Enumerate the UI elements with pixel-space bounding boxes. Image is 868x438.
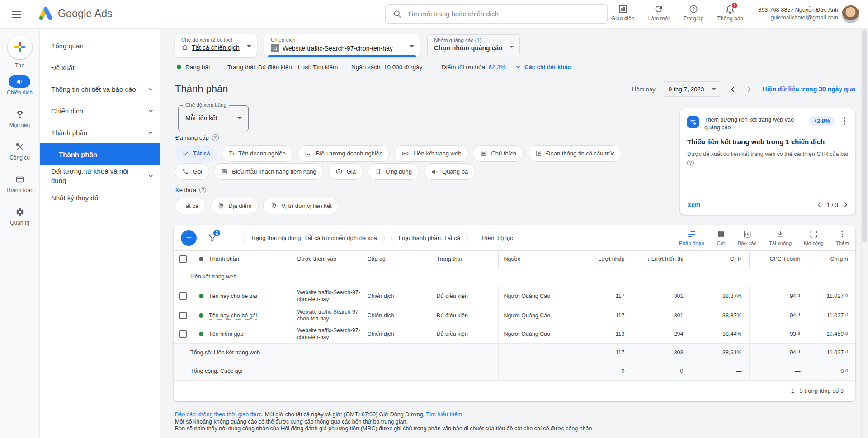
chip-app[interactable]: Ứng dụng	[368, 163, 419, 180]
chevron-up-icon	[148, 130, 153, 135]
upgraded-chips-row1: Tất cả TT Tên doanh nghiệp Biểu tượng do…	[175, 145, 622, 162]
subtotal-row: Tổng số: Liên kết trang web 117 303 38,6…	[174, 343, 855, 362]
col-header-level[interactable]: Cấp độ	[362, 251, 431, 268]
chevron-down-icon	[516, 65, 521, 70]
asset-name-link[interactable]: Tên hay cho bé gái	[209, 312, 257, 320]
campaign-filter-dropdown[interactable]: Chiến dịch Website traffic-Search-97-cho…	[264, 34, 420, 57]
account-info[interactable]: 893-768-8857 Nguyễn Đức Anh guiemailchot…	[758, 6, 838, 22]
view-recommendation-link[interactable]: Xem	[687, 201, 701, 208]
content-status-filter-chip[interactable]: Trạng thái nội dung: Tất cả trừ chiến dị…	[243, 231, 385, 245]
columns-button[interactable]: Cột	[717, 230, 726, 246]
learn-more-link[interactable]: Tìm hiểu thêm	[426, 411, 462, 418]
enabled-dot-icon	[199, 332, 203, 336]
col-header-asset[interactable]: Thành phần	[209, 251, 292, 268]
download-icon	[776, 230, 785, 239]
menu-icon[interactable]	[12, 11, 21, 18]
chip-promotion[interactable]: Quảng bá	[424, 163, 475, 180]
add-filter-link[interactable]: Thêm bộ lọc	[481, 235, 513, 241]
chip-business-name[interactable]: TT Tên doanh nghiệp	[222, 145, 293, 162]
help-icon[interactable]: ?	[687, 160, 694, 166]
nav-item-insights[interactable]: Thông tin chi tiết và báo cáo	[40, 78, 160, 100]
nav-item-change-history[interactable]: Nhật ký thay đổi	[40, 187, 160, 208]
rail-item-admin[interactable]: Quản trị	[9, 206, 31, 231]
table-tools: Phân đoạn Cột Báo cáo Tải xuống	[679, 230, 849, 246]
chip-structured-snippet[interactable]: Đoạn thông tin có cấu trúc	[528, 145, 622, 162]
asset-type-filter-chip[interactable]: Loại thành phần: Tất cả	[391, 231, 468, 245]
asset-name-link[interactable]: Tên hiếm gặp	[209, 331, 243, 338]
chip-all[interactable]: Tất cả	[175, 145, 217, 162]
col-header-source[interactable]: Nguồn	[498, 251, 573, 268]
reports-button[interactable]: Báo cáo	[738, 230, 757, 246]
asset-name-link[interactable]: Tên hay cho bé trai	[209, 293, 257, 300]
col-header-status[interactable]: Trạng thái	[431, 251, 498, 268]
enabled-dot-icon	[199, 313, 203, 318]
realtime-report-link[interactable]: Báo cáo không theo thời gian thực.	[175, 411, 263, 418]
chip-callout[interactable]: Chú thích	[473, 145, 524, 162]
col-header-cost[interactable]: Chi phí	[808, 251, 855, 268]
chip-price[interactable]: đ Giá	[328, 163, 363, 180]
col-header-ctr[interactable]: CTR	[691, 251, 749, 268]
row-checkbox[interactable]	[179, 312, 187, 319]
col-header-added-to[interactable]: Được thêm vào	[292, 251, 362, 268]
chevron-right-icon[interactable]	[843, 202, 848, 207]
add-asset-button[interactable]	[181, 230, 197, 246]
rail-item-billing[interactable]: Thanh toán	[6, 173, 33, 199]
more-details-link[interactable]: Các chi tiết khác	[516, 64, 571, 71]
date-range-controls: Hôm nay 9 thg 7, 2023 Hiện dữ liệu trong…	[632, 81, 855, 97]
filter-button[interactable]: 2	[208, 233, 219, 243]
help-icon[interactable]: ?	[212, 134, 219, 141]
chip-call[interactable]: Gọi	[175, 163, 209, 180]
segment-button[interactable]: Phân đoạn	[679, 230, 704, 246]
search-box[interactable]	[385, 4, 608, 24]
notifications-button[interactable]: ! Thông báo	[717, 4, 743, 22]
rail-item-tools[interactable]: Công cụ	[9, 141, 31, 166]
col-header-cpc[interactable]: CPC Tr.bình	[749, 251, 808, 268]
row-checkbox[interactable]	[179, 330, 187, 338]
svg-text:đ: đ	[338, 170, 340, 174]
nav-item-overview[interactable]: Tổng quan	[40, 35, 160, 57]
chip-sitelink[interactable]: Liên kết trang web	[394, 145, 468, 162]
download-button[interactable]: Tải xuống	[769, 230, 792, 246]
adgroup-filter-dropdown[interactable]: Nhóm quảng cáo (1) Chọn nhóm quảng cáo	[427, 34, 520, 57]
nav-item-assets[interactable]: Thành phần	[40, 122, 160, 143]
search-input[interactable]	[407, 10, 588, 18]
expand-button[interactable]: Mở rộng	[804, 230, 823, 246]
help-button[interactable]: ? Trợ giúp	[683, 4, 703, 22]
col-header-impressions[interactable]: ↓ Lượt hiển thị	[632, 251, 691, 268]
more-button[interactable]: Thêm	[836, 230, 849, 246]
select-all-checkbox[interactable]	[179, 255, 187, 263]
chevron-left-icon[interactable]	[817, 202, 822, 207]
more-menu-icon[interactable]	[844, 117, 845, 127]
logo-text: Google Ads	[58, 8, 113, 20]
help-icon[interactable]: ?	[199, 187, 206, 193]
avatar[interactable]	[842, 5, 859, 23]
nav-item-audiences[interactable]: Đối tượng, từ khoá và nội dung	[40, 165, 160, 187]
search-icon	[393, 9, 402, 19]
nav-item-recommendations[interactable]: Đề xuất	[40, 57, 160, 78]
date-picker[interactable]: 9 thg 7, 2023	[662, 81, 722, 97]
scrollbar-thumb[interactable]	[862, 30, 867, 242]
refresh-button[interactable]: Làm mới	[648, 4, 670, 22]
show-30-days-link[interactable]: Hiện dữ liệu trong 30 ngày qua	[763, 85, 855, 93]
rail-item-goals[interactable]: Mục tiêu	[9, 108, 31, 134]
chip-affiliate-location[interactable]: Vị trí đơn vị liên kết	[263, 198, 339, 214]
chip-business-logo[interactable]: Biểu tượng doanh nghiệp	[297, 145, 390, 162]
svg-text:?: ?	[692, 7, 695, 12]
row-checkbox[interactable]	[179, 292, 187, 300]
rail-item-campaigns[interactable]: Chiến dịch	[7, 75, 33, 101]
recommendation-pagination: 1 / 3	[817, 202, 848, 208]
table-view-dropdown[interactable]: Chế độ xem bảng Mỗi liên kết	[178, 105, 249, 131]
chip-location[interactable]: Địa điểm	[210, 198, 259, 214]
chip-lead-form[interactable]: Biểu mẫu khách hàng tiềm năng	[214, 163, 323, 180]
appearance-button[interactable]: Giao diện	[611, 4, 634, 22]
date-next-button[interactable]	[744, 86, 754, 92]
date-prev-button[interactable]	[728, 86, 738, 92]
chip-legacy-all[interactable]: Tất cả	[175, 198, 206, 214]
view-filter-dropdown[interactable]: Chế độ xem (2 bộ lọc) Tất cả chiến dịch	[175, 34, 257, 57]
nav-item-campaigns[interactable]: Chiến dịch	[40, 100, 160, 122]
main-content: Chế độ xem (2 bộ lọc) Tất cả chiến dịch …	[160, 29, 868, 438]
col-header-clicks[interactable]: Lượt nhấp	[573, 251, 632, 268]
nav-item-assets-sub[interactable]: Thành phần	[40, 143, 160, 165]
create-button[interactable]	[8, 35, 32, 59]
scrollbar[interactable]	[861, 29, 868, 438]
